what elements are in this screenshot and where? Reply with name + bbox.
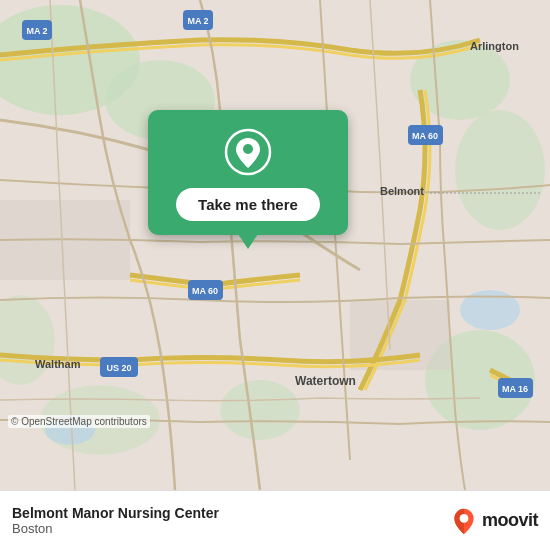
- svg-text:US 20: US 20: [106, 363, 131, 373]
- svg-text:MA 60: MA 60: [412, 131, 438, 141]
- svg-text:Belmont: Belmont: [380, 185, 424, 197]
- svg-text:Watertown: Watertown: [295, 374, 356, 388]
- moovit-text: moovit: [482, 510, 538, 531]
- svg-point-8: [220, 380, 300, 440]
- location-info: Belmont Manor Nursing Center Boston: [12, 505, 440, 536]
- svg-point-4: [455, 110, 545, 230]
- map-container: MA 2 MA 2 MA 60 MA 60 US 20 MA 16 Arling…: [0, 0, 550, 490]
- svg-text:MA 2: MA 2: [187, 16, 208, 26]
- svg-point-31: [243, 144, 253, 154]
- svg-text:Arlington: Arlington: [470, 40, 519, 52]
- svg-point-32: [460, 514, 469, 523]
- svg-text:MA 2: MA 2: [26, 26, 47, 36]
- svg-text:MA 60: MA 60: [192, 286, 218, 296]
- take-me-there-button[interactable]: Take me there: [176, 188, 320, 221]
- bottom-bar: Belmont Manor Nursing Center Boston moov…: [0, 490, 550, 550]
- moovit-logo: moovit: [450, 507, 538, 535]
- popup-card: Take me there: [148, 110, 348, 235]
- svg-text:Waltham: Waltham: [35, 358, 81, 370]
- copyright-text: © OpenStreetMap contributors: [8, 415, 150, 428]
- svg-text:MA 16: MA 16: [502, 384, 528, 394]
- location-pin-icon: [224, 128, 272, 176]
- location-name: Belmont Manor Nursing Center: [12, 505, 440, 521]
- moovit-pin-icon: [450, 507, 478, 535]
- location-city: Boston: [12, 521, 440, 536]
